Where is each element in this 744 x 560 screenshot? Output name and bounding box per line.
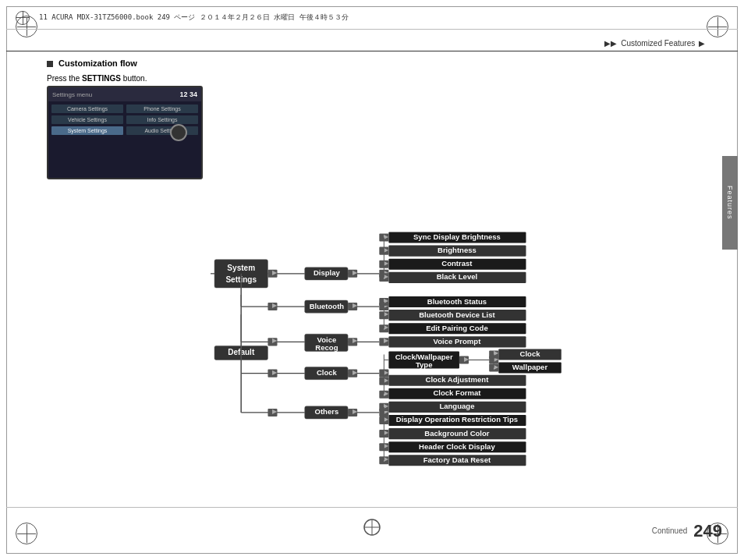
screen-menu-phone: Phone Settings	[126, 105, 198, 113]
svg-text:▶: ▶	[464, 356, 469, 363]
voice-recog-label2: Recog	[315, 343, 338, 352]
flow-svg: .box-label { font-family: Arial, sans-se…	[211, 92, 721, 498]
sync-brightness-label: Sync Display Brightness	[413, 232, 501, 241]
svg-text:▶: ▶	[384, 324, 389, 331]
contrast-label: Contrast	[441, 259, 473, 268]
clock-label: Clock	[317, 368, 338, 377]
bluetooth-status-label: Bluetooth Status	[427, 297, 487, 306]
svg-text:▶: ▶	[384, 260, 389, 267]
header-bar: 11 ACURA MDX-31TZ56000.book 249 ページ ２０１４…	[6, 6, 738, 30]
header-text: 11 ACURA MDX-31TZ56000.book 249 ページ ２０１４…	[39, 12, 349, 23]
svg-text:▶: ▶	[384, 429, 389, 436]
svg-text:▶: ▶	[494, 363, 499, 370]
svg-text:▶: ▶	[384, 442, 389, 449]
continued-text: Continued	[652, 526, 688, 535]
screen-title: Settings menu	[52, 91, 92, 98]
screen-menu-audio: Audio Settings	[126, 126, 198, 135]
press-settings-text: Press the SETTINGS button.	[47, 74, 147, 83]
wallpaper-label: Wallpaper	[512, 363, 548, 371]
svg-text:▶: ▶	[384, 377, 389, 384]
page-number: 249	[693, 521, 722, 541]
screen-knob	[170, 124, 187, 141]
screen-clock: 12 34	[179, 90, 197, 98]
brightness-label: Brightness	[438, 246, 477, 254]
svg-text:▶: ▶	[384, 337, 389, 344]
svg-text:▶: ▶	[353, 408, 358, 415]
svg-text:▶: ▶	[272, 408, 278, 415]
language-label: Language	[439, 402, 474, 410]
svg-text:▶: ▶	[384, 402, 389, 409]
screen-menu-vehicle: Vehicle Settings	[51, 115, 123, 124]
svg-text:▶: ▶	[384, 246, 389, 253]
svg-text:▶: ▶	[272, 337, 278, 344]
features-tab-label: Features	[726, 186, 734, 220]
svg-text:▶: ▶	[353, 269, 358, 276]
features-tab: Features	[722, 156, 738, 250]
display-label: Display	[314, 268, 341, 277]
flow-diagram: .box-label { font-family: Arial, sans-se…	[211, 92, 721, 498]
clock-sub-label: Clock	[520, 349, 541, 358]
system-settings-label: System	[227, 264, 255, 272]
bluetooth-label: Bluetooth	[310, 302, 345, 310]
edit-pairing-label: Edit Pairing Code	[426, 324, 488, 332]
clock-wallpaper-type-label2: Type	[416, 360, 433, 369]
background-color-label: Background Color	[424, 429, 490, 438]
screen-menu-camera: Camera Settings	[51, 105, 123, 113]
section-heading: Customization flow	[47, 58, 137, 68]
svg-text:▶: ▶	[384, 310, 389, 317]
svg-text:▶: ▶	[384, 297, 389, 304]
clock-adjustment-label: Clock Adjustment	[426, 375, 490, 384]
svg-text:▶: ▶	[384, 416, 389, 423]
svg-text:▶: ▶	[384, 390, 389, 397]
svg-text:▶: ▶	[353, 302, 358, 309]
voice-prompt-label: Voice Prompt	[434, 337, 482, 346]
screen-mockup: Settings menu 12 34 Camera Settings Phon…	[47, 86, 203, 179]
factory-reset-label: Factory Data Reset	[423, 455, 491, 464]
svg-text:▶: ▶	[384, 369, 389, 376]
header-crosshair	[14, 9, 31, 27]
svg-text:▶: ▶	[272, 369, 278, 376]
top-rule	[6, 51, 738, 51]
svg-text:▶: ▶	[384, 233, 389, 240]
svg-text:▶: ▶	[494, 349, 499, 356]
screen-menu-info: Info Settings	[126, 115, 198, 124]
header-clock-display-label: Header Clock Display	[419, 442, 495, 451]
svg-text:▶: ▶	[353, 337, 358, 344]
bottom-crosshair	[363, 518, 381, 538]
screen-menu-system: System Settings	[51, 126, 123, 135]
svg-text:▶: ▶	[384, 455, 389, 463]
svg-text:▶: ▶	[272, 302, 278, 309]
bluetooth-device-list-label: Bluetooth Device List	[419, 310, 495, 319]
clock-format-label: Clock Format	[433, 388, 481, 397]
black-level-label: Black Level	[437, 272, 478, 281]
customized-features-label: Customized Features	[604, 39, 705, 48]
svg-text:▶: ▶	[272, 269, 278, 276]
display-op-restrict-label: Display Operation Restriction Tips	[396, 416, 518, 424]
others-label: Others	[315, 407, 339, 416]
svg-text:▶: ▶	[353, 369, 358, 376]
